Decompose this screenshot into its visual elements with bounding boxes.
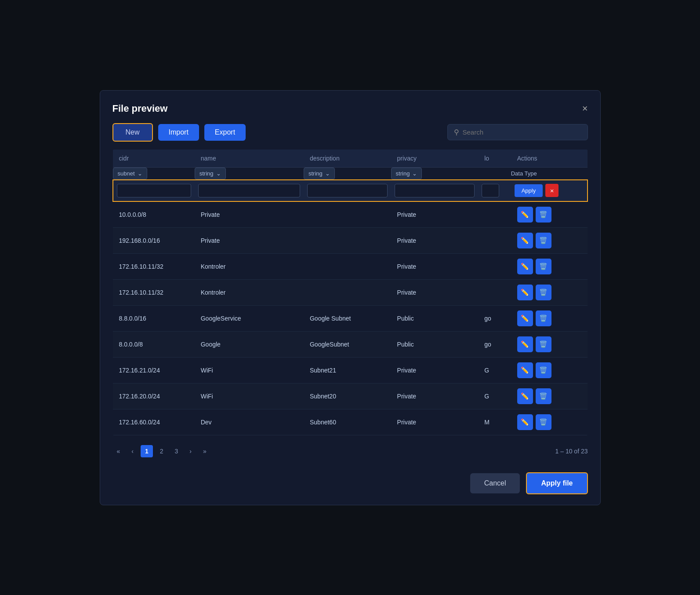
- col-header-lo: lo: [478, 150, 511, 168]
- next-page-button[interactable]: ›: [185, 445, 196, 457]
- first-page-button[interactable]: «: [112, 445, 125, 457]
- delete-button[interactable]: 🗑️: [536, 207, 551, 223]
- export-button[interactable]: Export: [204, 124, 246, 141]
- cell-privacy: Public: [391, 331, 479, 357]
- cell-name: Dev: [195, 409, 304, 435]
- delete-button[interactable]: 🗑️: [536, 310, 551, 326]
- cell-actions: ✏️ 🗑️: [511, 201, 588, 228]
- dtype-select-cidr[interactable]: subnet ⌄: [113, 168, 147, 179]
- cell-cidr: 192.168.0.0/16: [113, 227, 195, 253]
- dtype-privacy: string ⌄: [391, 167, 479, 180]
- apply-filter-button[interactable]: Apply: [515, 184, 543, 197]
- col-header-description: description: [304, 150, 391, 168]
- file-preview-dialog: File preview × New Import Export ⚲ cidr …: [100, 90, 601, 505]
- filter-actions-cell: Apply ×: [511, 180, 588, 201]
- delete-button[interactable]: 🗑️: [536, 414, 551, 430]
- cell-name: WiFi: [195, 383, 304, 409]
- page-button-3[interactable]: 3: [170, 445, 183, 457]
- page-button-1[interactable]: 1: [141, 445, 153, 457]
- pagination: « ‹ 1 2 3 › » 1 – 10 of 23: [112, 443, 588, 459]
- edit-button[interactable]: ✏️: [517, 207, 533, 223]
- data-table: cidr name description privacy lo Actions…: [112, 150, 588, 435]
- new-button[interactable]: New: [112, 123, 153, 142]
- footer: Cancel Apply file: [112, 472, 588, 494]
- delete-button[interactable]: 🗑️: [536, 233, 551, 248]
- cell-privacy: Public: [391, 305, 479, 331]
- filter-description-input[interactable]: [307, 184, 388, 197]
- delete-button[interactable]: 🗑️: [536, 362, 551, 378]
- cell-name: Private: [195, 227, 304, 253]
- toolbar: New Import Export ⚲: [112, 123, 588, 142]
- cell-cidr: 8.8.0.0/16: [113, 305, 195, 331]
- filter-lo-input[interactable]: [482, 184, 499, 197]
- dtype-select-privacy[interactable]: string ⌄: [391, 168, 422, 179]
- cell-description: [304, 201, 391, 228]
- cell-actions: ✏️ 🗑️: [511, 331, 588, 357]
- clear-filter-button[interactable]: ×: [545, 184, 559, 197]
- edit-button[interactable]: ✏️: [517, 414, 533, 430]
- delete-button[interactable]: 🗑️: [536, 336, 551, 352]
- dtype-select-description[interactable]: string ⌄: [304, 168, 335, 179]
- col-header-name: name: [195, 150, 304, 168]
- cell-lo: G: [478, 383, 511, 409]
- cell-privacy: Private: [391, 357, 479, 383]
- table-body: 10.0.0.0/8PrivatePrivate ✏️ 🗑️ 192.168.0…: [113, 201, 588, 435]
- filter-cidr-input[interactable]: [117, 184, 191, 197]
- cell-lo: [478, 201, 511, 228]
- dtype-name: string ⌄: [195, 167, 304, 180]
- cell-description: [304, 279, 391, 305]
- close-button[interactable]: ×: [582, 104, 588, 113]
- table-row: 8.0.0.0/8GoogleGoogleSubnetPublicgo ✏️ 🗑…: [113, 331, 588, 357]
- cell-actions: ✏️ 🗑️: [511, 279, 588, 305]
- filter-cidr-cell: [113, 180, 195, 201]
- filter-desc-cell: [304, 180, 391, 201]
- edit-button[interactable]: ✏️: [517, 233, 533, 248]
- page-buttons: « ‹ 1 2 3 › »: [112, 445, 211, 457]
- edit-button[interactable]: ✏️: [517, 285, 533, 300]
- edit-button[interactable]: ✏️: [517, 336, 533, 352]
- cell-cidr: 172.16.10.11/32: [113, 253, 195, 279]
- dialog-header: File preview ×: [112, 103, 588, 114]
- cell-cidr: 172.16.60.0/24: [113, 409, 195, 435]
- cell-cidr: 8.0.0.0/8: [113, 331, 195, 357]
- delete-button[interactable]: 🗑️: [536, 388, 551, 404]
- page-button-2[interactable]: 2: [156, 445, 168, 457]
- cancel-button[interactable]: Cancel: [470, 473, 520, 493]
- edit-button[interactable]: ✏️: [517, 310, 533, 326]
- cell-privacy: Private: [391, 253, 479, 279]
- table-row: 172.16.20.0/24WiFiSubnet20PrivateG ✏️ 🗑️: [113, 383, 588, 409]
- filter-actions-group: Apply ×: [515, 184, 584, 197]
- filter-name-input[interactable]: [198, 184, 300, 197]
- cell-actions: ✏️ 🗑️: [511, 253, 588, 279]
- cell-description: Google Subnet: [304, 305, 391, 331]
- col-header-privacy: privacy: [391, 150, 479, 168]
- search-icon: ⚲: [454, 128, 459, 136]
- cell-name: Google: [195, 331, 304, 357]
- delete-button[interactable]: 🗑️: [536, 285, 551, 300]
- filter-privacy-input[interactable]: [395, 184, 475, 197]
- cell-actions: ✏️ 🗑️: [511, 383, 588, 409]
- cell-description: Subnet20: [304, 383, 391, 409]
- cell-actions: ✏️ 🗑️: [511, 227, 588, 253]
- dtype-select-name[interactable]: string ⌄: [195, 168, 226, 179]
- cell-privacy: Private: [391, 383, 479, 409]
- cell-name: GoogleService: [195, 305, 304, 331]
- delete-button[interactable]: 🗑️: [536, 259, 551, 274]
- dtype-row: subnet ⌄ string ⌄ string ⌄ string ⌄ Data…: [113, 167, 588, 180]
- edit-button[interactable]: ✏️: [517, 362, 533, 378]
- cell-description: [304, 227, 391, 253]
- edit-button[interactable]: ✏️: [517, 388, 533, 404]
- table-row: 172.16.10.11/32KontrolerPrivate ✏️ 🗑️: [113, 253, 588, 279]
- dialog-title: File preview: [112, 103, 168, 114]
- last-page-button[interactable]: »: [199, 445, 211, 457]
- dtype-actions-label: Data Type: [511, 167, 588, 180]
- cell-name: WiFi: [195, 357, 304, 383]
- prev-page-button[interactable]: ‹: [127, 445, 138, 457]
- cell-privacy: Private: [391, 201, 479, 228]
- cell-privacy: Private: [391, 409, 479, 435]
- cell-name: Kontroler: [195, 279, 304, 305]
- import-button[interactable]: Import: [158, 124, 199, 141]
- apply-file-button[interactable]: Apply file: [526, 472, 588, 494]
- search-input[interactable]: [463, 128, 581, 136]
- edit-button[interactable]: ✏️: [517, 259, 533, 274]
